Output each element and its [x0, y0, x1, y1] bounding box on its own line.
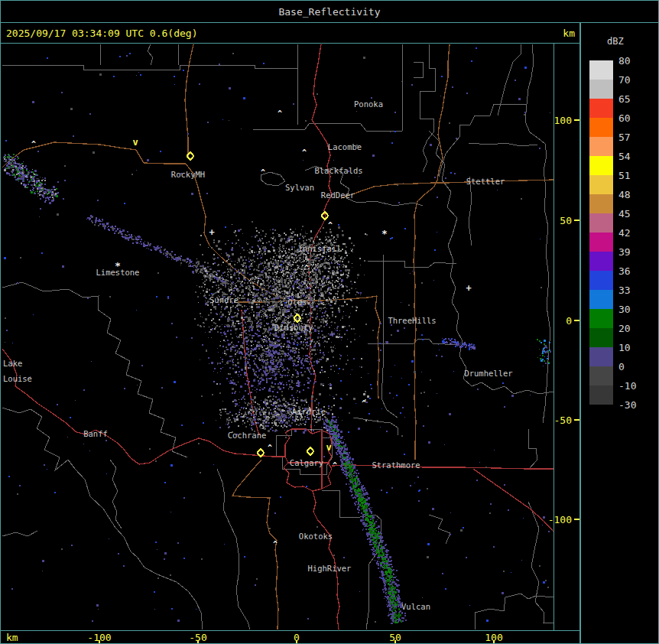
dbz-color-block: [589, 175, 613, 194]
city-label: Airdrie: [292, 407, 326, 416]
radar-map-canvas: PonokaLacombeBlackfaldsSylvanRedDeerStet…: [1, 44, 554, 630]
map-symbol-icon: ^: [273, 540, 278, 548]
y-axis-tick-mark: [574, 519, 579, 520]
y-axis-tick-mark: [574, 220, 579, 221]
x-axis-tick-mark: [197, 640, 199, 644]
city-label: Olds: [287, 298, 307, 307]
dbz-color-block: [589, 309, 613, 328]
dbz-scale-label: 45: [618, 208, 631, 220]
city-label: Sundre: [209, 295, 239, 304]
dbz-color-block: [589, 366, 613, 385]
dbz-color-block: [589, 118, 613, 137]
dbz-color-block: [589, 347, 613, 366]
y-axis: 100500-50-100: [554, 44, 579, 630]
radar-app-window: Base_Reflectivity 2025/09/17 03:34:09 UT…: [0, 0, 659, 644]
dbz-scale-label: 10: [618, 342, 631, 353]
dbz-color-block: [589, 328, 613, 347]
x-axis: km -100-50050100: [1, 630, 580, 644]
x-axis-tick-mark: [394, 640, 396, 644]
dbz-scale-label: 60: [618, 112, 631, 124]
dbz-scale-label: 65: [618, 93, 631, 105]
city-label: Sylvan: [285, 183, 314, 192]
dbz-scale-label: 33: [618, 285, 631, 296]
city-label: Lake: [3, 359, 22, 368]
y-axis-tick-label: 50: [560, 215, 572, 226]
map-symbol-icon: ^: [261, 168, 265, 177]
map-symbol-icon: *: [115, 260, 121, 272]
dbz-color-block: [589, 194, 613, 213]
city-label: HighRiver: [308, 564, 352, 573]
city-label: Banff: [83, 429, 108, 438]
map-symbol-icon: ^: [362, 399, 366, 408]
city-label: Lacombe: [328, 142, 362, 151]
dbz-scale-label: 51: [618, 170, 631, 181]
dbz-scale-label: -10: [618, 380, 636, 392]
city-label: Calgary: [290, 458, 323, 467]
dbz-color-block: [589, 80, 613, 99]
map-symbol-icon: ^: [302, 148, 307, 157]
city-label: Strathmore: [372, 460, 420, 470]
dbz-color-block: [589, 252, 613, 271]
city-label: ThreeHills: [388, 316, 436, 325]
color-scale-unit: dBZ: [607, 36, 624, 47]
city-label: Ponoka: [354, 99, 383, 109]
city-label: Louise: [3, 374, 32, 383]
dbz-color-block: [589, 137, 613, 156]
map-symbol-icon: +: [209, 227, 214, 238]
dbz-scale-label: 48: [618, 189, 631, 200]
map-symbol-icon: ^: [304, 264, 309, 272]
page-title: Base_Reflectivity: [278, 6, 380, 18]
dbz-scale-label: 30: [618, 304, 631, 315]
dbz-color-block: [589, 156, 613, 175]
dbz-color-block: [589, 271, 613, 290]
map-symbol-icon: ^: [31, 140, 36, 148]
info-bar: 2025/09/17 03:34:09 UTC 0.6(deg) km: [1, 23, 579, 44]
y-axis-tick-mark: [574, 320, 579, 321]
y-axis-tick-label: 0: [566, 315, 572, 327]
dbz-color-block: [589, 99, 613, 118]
map-symbol-icon: ^: [278, 109, 282, 118]
dbz-color-block: [589, 233, 613, 252]
dbz-scale-label: 39: [618, 246, 631, 258]
scan-timestamp: 2025/09/17 03:34:09 UTC 0.6(deg): [1, 28, 197, 39]
map-symbol-icon: ^: [268, 444, 272, 452]
map-symbol-icon: ^: [333, 461, 337, 470]
x-axis-tick-mark: [99, 640, 100, 644]
radar-echo-layer: [3, 47, 551, 624]
city-label: Cochrane: [228, 431, 267, 440]
city-label: Innisfail: [298, 244, 342, 253]
dbz-scale-label: 0: [618, 361, 625, 372]
radar-site-diamond-icon: [307, 447, 314, 455]
city-label: Okotoks: [299, 532, 333, 541]
map-symbol-icon: ^: [328, 221, 333, 229]
title-bar: Base_Reflectivity: [1, 1, 658, 23]
radar-plot-area[interactable]: PonokaLacombeBlackfaldsSylvanRedDeerStet…: [1, 44, 554, 630]
city-label: RedDeer: [321, 190, 355, 200]
dbz-scale-label: 54: [618, 151, 631, 162]
dbz-color-block: [589, 385, 613, 405]
city-label: Blackfalds: [314, 166, 362, 175]
map-symbol-icon: v: [132, 137, 138, 148]
dbz-scale-label: 36: [618, 265, 631, 277]
dbz-color-block: [589, 290, 613, 309]
map-symbol-icon: +: [466, 283, 471, 294]
dbz-scale-label: 57: [618, 132, 631, 143]
y-axis-tick-label: -50: [554, 415, 572, 426]
dbz-color-block: [589, 213, 613, 233]
color-scale-panel: dBZ 807065605754514845423936333020100-10…: [581, 23, 658, 643]
dbz-scale-label: 42: [618, 227, 631, 239]
x-axis-tick-mark: [493, 640, 495, 644]
x-axis-unit-label: km: [6, 632, 18, 643]
city-label: Stettler: [466, 177, 505, 186]
map-symbol-icon: *: [381, 228, 388, 239]
city-label: RockyMH: [171, 170, 205, 179]
y-axis-tick-mark: [574, 419, 579, 421]
map-symbol-icon: v: [326, 442, 331, 453]
y-axis-tick-label: -100: [548, 514, 572, 525]
x-axis-tick-mark: [296, 640, 297, 644]
y-axis-unit-label: km: [563, 28, 575, 39]
dbz-scale-label: -30: [618, 399, 636, 411]
dbz-scale-label: 70: [618, 74, 631, 86]
city-label: Drumheller: [464, 369, 512, 378]
dbz-scale-label: 20: [618, 323, 631, 334]
